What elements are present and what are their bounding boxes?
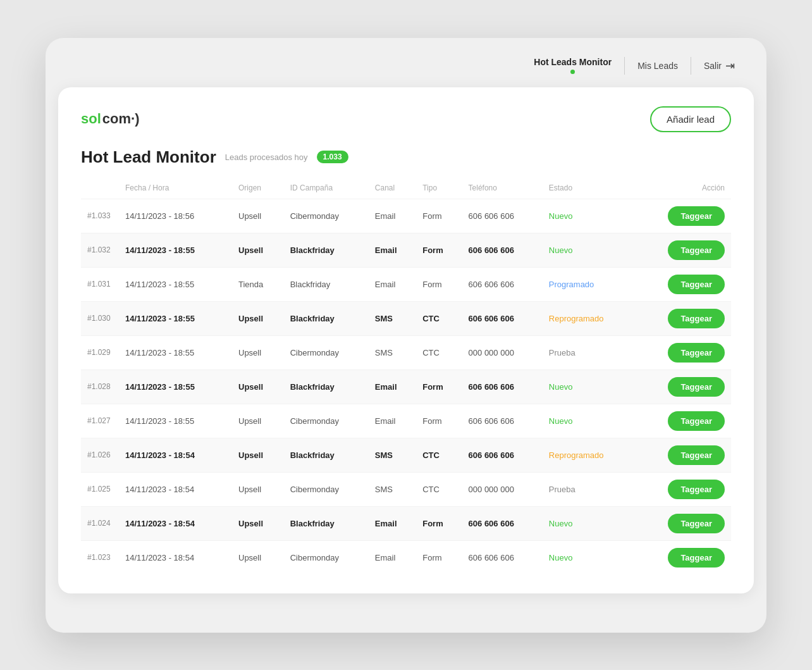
col-header-fecha: Fecha / Hora <box>119 180 232 199</box>
row-id: #1.027 <box>81 404 119 438</box>
add-lead-button[interactable]: Añadir lead <box>650 106 731 132</box>
row-estado: Nuevo <box>543 404 636 438</box>
table-row: #1.029 14/11/2023 - 18:55 Upsell Cibermo… <box>81 335 731 369</box>
row-id: #1.030 <box>81 301 119 335</box>
row-id: #1.023 <box>81 540 119 574</box>
row-id: #1.032 <box>81 233 119 267</box>
row-origen: Upsell <box>232 301 284 335</box>
leads-count-badge: 1.033 <box>317 151 348 163</box>
top-nav: Hot Leads Monitor Mis Leads Salir ⇥ <box>58 57 754 87</box>
row-action: Taggear <box>636 233 731 267</box>
hot-leads-monitor-nav[interactable]: Hot Leads Monitor <box>534 57 612 74</box>
taggear-button[interactable]: Taggear <box>668 275 725 294</box>
row-id: #1.026 <box>81 438 119 472</box>
row-estado: Nuevo <box>543 506 636 540</box>
row-campana: Cibermonday <box>284 199 369 233</box>
taggear-button[interactable]: Taggear <box>668 548 725 568</box>
salir-link[interactable]: Salir ⇥ <box>704 59 735 73</box>
leads-processed-label: Leads procesados hoy <box>225 152 308 162</box>
taggear-button[interactable]: Taggear <box>668 411 725 431</box>
table-row: #1.027 14/11/2023 - 18:55 Upsell Cibermo… <box>81 404 731 438</box>
row-origen: Upsell <box>232 438 284 472</box>
row-action: Taggear <box>636 540 731 574</box>
row-campana: Cibermonday <box>284 335 369 369</box>
logo-sol: sol <box>81 111 101 127</box>
table-header-row: Fecha / Hora Origen ID Campaña Canal Tip… <box>81 180 731 199</box>
salir-label: Salir <box>704 61 722 71</box>
taggear-button[interactable]: Taggear <box>668 514 725 533</box>
card-header: sol com·) Añadir lead <box>81 106 731 132</box>
row-id: #1.031 <box>81 267 119 301</box>
row-canal: Email <box>369 540 416 574</box>
row-id: #1.033 <box>81 199 119 233</box>
taggear-button[interactable]: Taggear <box>668 480 725 499</box>
row-estado: Nuevo <box>543 369 636 404</box>
row-canal: Email <box>369 506 416 540</box>
row-fecha: 14/11/2023 - 18:54 <box>119 438 232 472</box>
taggear-button[interactable]: Taggear <box>668 309 725 328</box>
table-row: #1.031 14/11/2023 - 18:55 Tienda Blackfr… <box>81 267 731 301</box>
taggear-button[interactable]: Taggear <box>668 206 725 226</box>
table-row: #1.024 14/11/2023 - 18:54 Upsell Blackfr… <box>81 506 731 540</box>
logo-com: com·) <box>102 111 140 127</box>
row-canal: Email <box>369 267 416 301</box>
row-fecha: 14/11/2023 - 18:55 <box>119 267 232 301</box>
leads-table: Fecha / Hora Origen ID Campaña Canal Tip… <box>81 180 731 574</box>
col-header-campana: ID Campaña <box>284 180 369 199</box>
taggear-button[interactable]: Taggear <box>668 445 725 465</box>
row-telefono: 606 606 606 <box>462 404 543 438</box>
col-header-telefono: Teléfono <box>462 180 543 199</box>
row-telefono: 606 606 606 <box>462 540 543 574</box>
row-fecha: 14/11/2023 - 18:56 <box>119 199 232 233</box>
row-fecha: 14/11/2023 - 18:54 <box>119 472 232 506</box>
row-campana: Cibermonday <box>284 540 369 574</box>
row-id: #1.029 <box>81 335 119 369</box>
row-telefono: 000 000 000 <box>462 472 543 506</box>
row-fecha: 14/11/2023 - 18:55 <box>119 335 232 369</box>
row-estado: Nuevo <box>543 540 636 574</box>
row-estado: Reprogramado <box>543 301 636 335</box>
row-origen: Upsell <box>232 233 284 267</box>
row-estado: Reprogramado <box>543 438 636 472</box>
col-header-origen: Origen <box>232 180 284 199</box>
row-estado: Nuevo <box>543 233 636 267</box>
row-tipo: Form <box>416 199 462 233</box>
row-fecha: 14/11/2023 - 18:55 <box>119 233 232 267</box>
logo: sol com·) <box>81 111 139 127</box>
table-row: #1.030 14/11/2023 - 18:55 Upsell Blackfr… <box>81 301 731 335</box>
row-canal: SMS <box>369 472 416 506</box>
taggear-button[interactable]: Taggear <box>668 377 725 397</box>
row-origen: Upsell <box>232 369 284 404</box>
row-campana: Blackfriday <box>284 369 369 404</box>
row-telefono: 606 606 606 <box>462 199 543 233</box>
app-container: Hot Leads Monitor Mis Leads Salir ⇥ sol … <box>46 38 766 633</box>
section-title-row: Hot Lead Monitor Leads procesados hoy 1.… <box>81 147 731 167</box>
col-header-id <box>81 180 119 199</box>
row-telefono: 606 606 606 <box>462 301 543 335</box>
taggear-button[interactable]: Taggear <box>668 240 725 260</box>
table-row: #1.025 14/11/2023 - 18:54 Upsell Cibermo… <box>81 472 731 506</box>
row-action: Taggear <box>636 335 731 369</box>
mis-leads-link[interactable]: Mis Leads <box>637 61 678 71</box>
section-title: Hot Lead Monitor <box>81 147 216 167</box>
row-fecha: 14/11/2023 - 18:54 <box>119 540 232 574</box>
row-tipo: Form <box>416 233 462 267</box>
col-header-tipo: Tipo <box>416 180 462 199</box>
row-campana: Blackfriday <box>284 233 369 267</box>
row-origen: Tienda <box>232 267 284 301</box>
row-fecha: 14/11/2023 - 18:55 <box>119 404 232 438</box>
row-origen: Upsell <box>232 404 284 438</box>
row-campana: Blackfriday <box>284 267 369 301</box>
logout-icon: ⇥ <box>725 59 735 73</box>
row-estado: Prueba <box>543 472 636 506</box>
row-tipo: Form <box>416 506 462 540</box>
row-canal: Email <box>369 369 416 404</box>
row-telefono: 000 000 000 <box>462 335 543 369</box>
taggear-button[interactable]: Taggear <box>668 343 725 363</box>
row-canal: Email <box>369 404 416 438</box>
row-fecha: 14/11/2023 - 18:55 <box>119 369 232 404</box>
nav-divider <box>624 57 625 75</box>
row-action: Taggear <box>636 199 731 233</box>
row-campana: Blackfriday <box>284 301 369 335</box>
row-telefono: 606 606 606 <box>462 438 543 472</box>
